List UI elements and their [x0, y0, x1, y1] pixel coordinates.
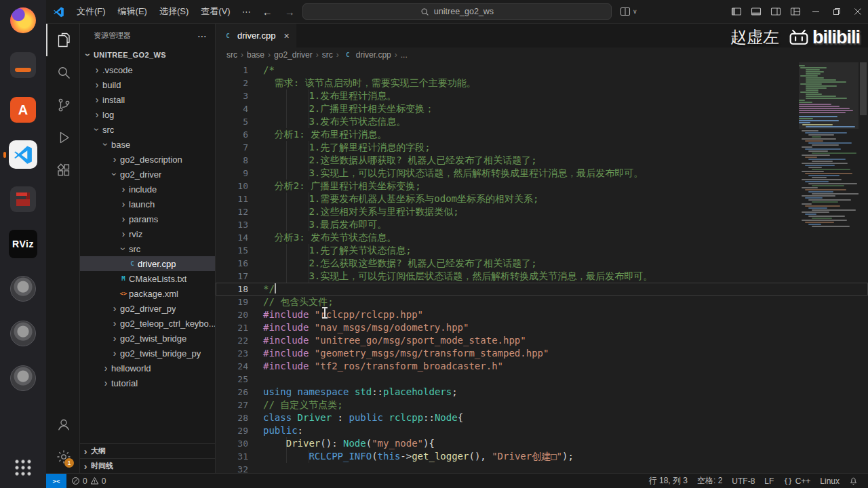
- breadcrumb-item[interactable]: Cdriver.cpp: [342, 50, 391, 60]
- tree-item[interactable]: ›src: [80, 122, 215, 137]
- toggle-primary-sidebar-button[interactable]: [726, 0, 746, 23]
- minimize-button[interactable]: [805, 0, 826, 23]
- tree-item[interactable]: ›tutorial: [80, 375, 215, 390]
- firefox-app-icon[interactable]: [8, 5, 38, 35]
- problems-status[interactable]: 0 0: [66, 476, 111, 486]
- tree-item[interactable]: ›go2_twist_bridge_py: [80, 346, 215, 361]
- cursor-position-status[interactable]: 行 18, 列 3: [644, 475, 692, 487]
- breadcrumb-item[interactable]: go2_driver: [274, 50, 313, 60]
- minimap-slider[interactable]: [799, 62, 859, 129]
- customize-layout-button[interactable]: [785, 0, 805, 23]
- code-line-28[interactable]: 28class Driver : public rclcpp::Node{: [216, 411, 868, 424]
- nav-forward-button[interactable]: →: [279, 6, 301, 18]
- code-line-23[interactable]: 23#include "geometry_msgs/msg/transform_…: [216, 347, 868, 360]
- red-app-icon[interactable]: [8, 184, 38, 214]
- settings-button[interactable]: 1: [46, 441, 79, 473]
- orange-a-app-icon[interactable]: A: [8, 95, 38, 125]
- code-line-5[interactable]: 5 3.发布关节状态信息。: [216, 115, 868, 128]
- workspace-root-row[interactable]: › UNITREE_GO2_WS: [80, 47, 215, 62]
- code-line-24[interactable]: 24#include "tf2_ros/transform_broadcaste…: [216, 360, 868, 373]
- breadcrumb-item[interactable]: src: [322, 50, 333, 60]
- open-remote-window-button[interactable]: ><: [46, 474, 66, 488]
- menu-item[interactable]: 文件(F): [71, 5, 112, 18]
- camera-app-icon-3[interactable]: [8, 363, 38, 393]
- code-line-2[interactable]: 2 需求: 该节点启动时，需要实现三个主要功能。: [216, 77, 868, 89]
- explorer-tab[interactable]: [46, 24, 79, 56]
- close-button[interactable]: [847, 0, 868, 23]
- search-tab[interactable]: [46, 56, 79, 89]
- show-applications-button[interactable]: [8, 453, 38, 483]
- code-line-16[interactable]: 16 2.怎么获取这些数据? 机器人已经发布了相关话题了;: [216, 257, 868, 270]
- tree-item[interactable]: ›rviz: [80, 226, 215, 241]
- code-line-29[interactable]: 29public:: [216, 424, 868, 437]
- vertical-scrollbar[interactable]: [859, 62, 868, 473]
- code-line-26[interactable]: 26using namespace std::placeholders;: [216, 386, 868, 399]
- camera-app-icon-2[interactable]: [8, 319, 38, 348]
- code-line-15[interactable]: 15 1.先了解关节状态信息;: [216, 244, 868, 257]
- code-editor[interactable]: 1/*2 需求: 该节点启动时，需要实现三个主要功能。3 1.发布里程计消息。4…: [216, 62, 868, 473]
- code-line-14[interactable]: 14 分析3: 发布关节状态信息。: [216, 231, 868, 244]
- command-center-search[interactable]: unitree_go2_ws: [302, 3, 612, 20]
- breadcrumb-item[interactable]: ...: [401, 50, 408, 60]
- code-line-11[interactable]: 11 1.需要发布机器人基坐标系与odom坐标系的相对关系;: [216, 192, 868, 205]
- tree-item[interactable]: ›log: [80, 107, 215, 122]
- code-line-27[interactable]: 27// 自定义节点类;: [216, 399, 868, 411]
- tree-item[interactable]: ›.vscode: [80, 62, 215, 77]
- code-line-22[interactable]: 22#include "unitree_go/msg/sport_mode_st…: [216, 334, 868, 347]
- code-line-25[interactable]: 25: [216, 373, 868, 386]
- timeline-section[interactable]: › 时间线: [80, 458, 215, 473]
- tree-item[interactable]: ›helloworld: [80, 361, 215, 375]
- breadcrumb-item[interactable]: src: [226, 50, 237, 60]
- notifications-button[interactable]: [844, 476, 863, 485]
- code-line-4[interactable]: 4 2.广播里程计相关坐标变换；: [216, 102, 868, 115]
- extensions-tab[interactable]: [46, 154, 79, 186]
- tree-item[interactable]: ›go2_description: [80, 152, 215, 167]
- code-line-20[interactable]: 20#include "rclcpp/rclcpp.hpp": [216, 308, 868, 321]
- code-line-8[interactable]: 8 2.这些数据从哪获取? 机器人已经发布了相关话题了;: [216, 154, 868, 167]
- menu-item[interactable]: 查看(V): [195, 5, 236, 18]
- code-line-17[interactable]: 17 3.实现上，可以先订阅低层状态话题，然后解析转换成关节消息，最后发布即可。: [216, 270, 868, 283]
- tree-item[interactable]: ›src: [80, 241, 215, 256]
- tree-item[interactable]: ›go2_driver_py: [80, 301, 215, 316]
- dark-orange-app-icon[interactable]: [8, 50, 38, 80]
- tree-item[interactable]: ›go2_twist_bridge: [80, 331, 215, 346]
- menu-more-button[interactable]: ⋯: [237, 7, 256, 17]
- scrollbar-thumb[interactable]: [860, 62, 867, 115]
- camera-app-icon-1[interactable]: [8, 274, 38, 304]
- tab-driver-cpp[interactable]: C driver.cpp ×: [216, 24, 296, 47]
- nav-back-button[interactable]: ←: [256, 6, 279, 18]
- code-line-10[interactable]: 10 分析2: 广播里程计相关坐标变换;: [216, 180, 868, 192]
- code-line-32[interactable]: 32: [216, 463, 868, 473]
- eol-status[interactable]: LF: [760, 476, 778, 486]
- code-line-13[interactable]: 13 3.最后发布即可。: [216, 218, 868, 231]
- outline-section[interactable]: › 大纲: [80, 443, 215, 458]
- accounts-button[interactable]: [46, 408, 79, 441]
- tree-item[interactable]: ›params: [80, 211, 215, 226]
- tree-item[interactable]: ›include: [80, 182, 215, 197]
- code-line-12[interactable]: 12 2.这些相对关系与里程计数据类似;: [216, 205, 868, 218]
- editor-layout-button[interactable]: ∨: [620, 6, 637, 17]
- tree-item[interactable]: ›build: [80, 77, 215, 92]
- tree-item[interactable]: MCMakeLists.txt: [80, 271, 215, 286]
- vscode-app-icon[interactable]: [8, 140, 38, 169]
- restore-button[interactable]: [826, 0, 847, 23]
- tree-item[interactable]: ›launch: [80, 197, 215, 211]
- tree-item[interactable]: <>package.xml: [80, 286, 215, 301]
- code-line-3[interactable]: 3 1.发布里程计消息。: [216, 89, 868, 102]
- minimap[interactable]: [799, 62, 859, 473]
- tree-item[interactable]: ›go2_driver: [80, 167, 215, 182]
- toggle-secondary-sidebar-button[interactable]: [766, 0, 785, 23]
- breadcrumb-item[interactable]: base: [247, 50, 264, 60]
- language-status[interactable]: {} C++: [778, 476, 815, 486]
- code-line-6[interactable]: 6 分析1: 发布里程计消息。: [216, 128, 868, 141]
- code-line-31[interactable]: 31 RCLCPP_INFO(this->get_logger(), "Driv…: [216, 450, 868, 463]
- toggle-panel-button[interactable]: [746, 0, 766, 23]
- code-line-30[interactable]: 30 Driver(): Node("my_node"){: [216, 437, 868, 450]
- code-line-7[interactable]: 7 1.先了解里程计消息的字段;: [216, 141, 868, 154]
- indentation-status[interactable]: 空格: 2: [692, 475, 727, 487]
- code-line-18[interactable]: 18*/: [216, 283, 868, 296]
- os-status[interactable]: Linux: [815, 476, 844, 486]
- encoding-status[interactable]: UTF-8: [727, 476, 760, 486]
- menu-item[interactable]: 编辑(E): [112, 5, 153, 18]
- code-line-9[interactable]: 9 3.实现上，可以先订阅状态话题，然后解析转换成里程计消息，最后发布即可。: [216, 167, 868, 180]
